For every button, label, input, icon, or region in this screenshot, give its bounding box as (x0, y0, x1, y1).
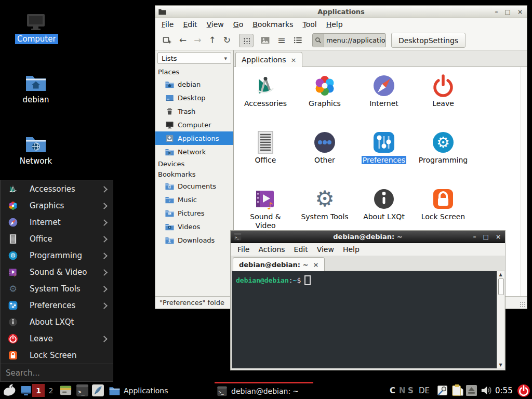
tab-close-icon[interactable]: × (291, 56, 297, 64)
app-menu-button[interactable] (2, 383, 16, 397)
submenu-arrow-icon (101, 336, 108, 342)
taskbar-task-terminal[interactable]: debian@debian: ~ (215, 382, 313, 399)
applications-icon (165, 135, 174, 142)
num-lock-indicator[interactable]: N (399, 382, 406, 399)
menu-item-internet[interactable]: Internet (1, 214, 113, 231)
app-item-other[interactable]: Other (295, 130, 354, 187)
term-menu-file[interactable]: File (237, 245, 249, 254)
address-bar[interactable]: menu://applications/ (312, 33, 386, 47)
taskbar-task-applications[interactable]: Applications (107, 382, 211, 399)
terminal-scrollbar[interactable]: ▲ ▼ (497, 271, 504, 368)
app-item-internet[interactable]: Internet (354, 73, 414, 130)
terminal-screen[interactable]: debian@debian:~$ ▲ ▼ (232, 271, 504, 368)
tab-close-icon[interactable]: × (313, 261, 318, 269)
desktop-icon-network[interactable]: Network (15, 134, 57, 166)
desktop-icon-label: debian (20, 95, 51, 105)
file-manager-launcher-icon[interactable] (59, 384, 72, 397)
term-menu-actions[interactable]: Actions (258, 245, 285, 254)
app-item-graphics[interactable]: Graphics (295, 73, 354, 130)
show-desktop-icon[interactable] (20, 384, 32, 396)
term-menu-view[interactable]: View (317, 245, 334, 254)
terminal-titlebar[interactable]: debian@debian: ~ – □ × (231, 231, 505, 243)
close-icon[interactable]: × (517, 8, 523, 16)
sound-video-icon (8, 267, 18, 277)
menu-item-accessories[interactable]: Accessories (1, 181, 113, 197)
sidebar-item-music[interactable]: Music (155, 193, 233, 206)
maximize-icon[interactable]: □ (483, 233, 489, 241)
new-window-icon[interactable] (162, 35, 172, 45)
sidebar-mode-select[interactable]: Lists ▾ (157, 52, 231, 64)
scroll-down-icon[interactable]: ▼ (499, 363, 502, 367)
thumbnail-view-icon[interactable] (260, 35, 270, 45)
up-icon[interactable]: ↑ (209, 36, 216, 45)
term-menu-help[interactable]: Help (343, 245, 360, 254)
fm-menu-view[interactable]: View (207, 20, 224, 29)
terminal-launcher-icon[interactable] (76, 384, 89, 397)
menu-item-programming[interactable]: Programming (1, 247, 113, 264)
menu-item-system-tools[interactable]: System Tools (1, 281, 113, 297)
volume-tray-icon[interactable] (480, 384, 492, 396)
clock[interactable]: 0:55 (495, 382, 513, 399)
app-item-leave[interactable]: Leave (414, 73, 473, 130)
term-menu-edit[interactable]: Edit (294, 245, 308, 254)
fm-menubar: File Edit View Go Bookmarks Tool Help (155, 18, 527, 31)
sidebar-item-videos[interactable]: Videos (155, 220, 233, 233)
tab-terminal-session[interactable]: debian@debian: ~ × (233, 257, 325, 271)
forward-icon[interactable]: → (194, 36, 201, 45)
sidebar-item-debian[interactable]: debian (155, 77, 233, 91)
fm-titlebar[interactable]: Applications – □ × (155, 6, 527, 18)
maximize-icon[interactable]: □ (505, 8, 511, 16)
desktop-icon-home[interactable]: debian (15, 72, 57, 105)
app-item-accessories[interactable]: Accessories (236, 73, 295, 130)
workspace-1-button[interactable]: 1 (32, 384, 45, 397)
app-item-office[interactable]: Office (236, 130, 295, 187)
scroll-up-icon[interactable]: ▲ (499, 272, 502, 277)
sidebar-item-downloads[interactable]: Downloads (155, 233, 233, 247)
folder-icon (109, 385, 120, 396)
scroll-lock-indicator[interactable]: S (408, 382, 414, 399)
sidebar-item-desktop[interactable]: Desktop (155, 91, 233, 104)
detailed-view-icon[interactable] (293, 35, 303, 45)
icon-view-button[interactable] (239, 34, 254, 47)
fm-menu-tool[interactable]: Tool (302, 20, 316, 29)
sidebar-item-documents[interactable]: Documents (155, 179, 233, 193)
app-item-programming[interactable]: Programming (414, 130, 473, 187)
scrollbar-thumb[interactable] (498, 278, 504, 295)
menu-item-sound-video[interactable]: Sound & Video (1, 264, 113, 281)
eject-tray-icon[interactable] (466, 384, 477, 396)
refresh-icon[interactable]: ↻ (223, 36, 231, 45)
menu-search-input[interactable] (5, 368, 108, 378)
minimize-icon[interactable]: – (495, 8, 498, 16)
fm-menu-file[interactable]: File (162, 20, 174, 29)
desktop-settings-button[interactable]: DesktopSettings (391, 33, 466, 48)
menu-item-about-lxqt[interactable]: About LXQt (1, 314, 113, 330)
fm-menu-go[interactable]: Go (233, 20, 243, 29)
menu-item-graphics[interactable]: Graphics (1, 197, 113, 214)
menu-item-leave[interactable]: Leave (1, 330, 113, 347)
power-tray-icon[interactable] (517, 384, 530, 397)
close-icon[interactable]: × (496, 233, 501, 241)
menu-item-preferences[interactable]: Preferences (1, 297, 113, 314)
menu-item-lock-screen[interactable]: Lock Screen (1, 347, 113, 364)
sidebar-item-trash[interactable]: Trash (155, 104, 233, 118)
sidebar-item-network[interactable]: Network (155, 145, 233, 158)
compact-view-icon[interactable]: ≡ (277, 35, 286, 45)
fm-menu-bookmarks[interactable]: Bookmarks (252, 20, 293, 29)
clipboard-tray-icon[interactable] (451, 384, 464, 397)
desktop-icon-computer[interactable]: Computer (15, 11, 57, 44)
sidebar-item-pictures[interactable]: Pictures (155, 206, 233, 220)
featherpad-launcher-icon[interactable] (91, 384, 104, 397)
fm-menu-help[interactable]: Help (326, 20, 343, 29)
sidebar-item-computer[interactable]: Computer (155, 118, 233, 131)
fm-menu-edit[interactable]: Edit (183, 20, 197, 29)
menu-item-office[interactable]: Office (1, 231, 113, 247)
tab-applications[interactable]: Applications × (235, 52, 302, 67)
minimize-icon[interactable]: – (473, 233, 476, 241)
keyboard-layout-indicator[interactable]: DE (419, 382, 430, 399)
caps-lock-indicator[interactable]: C (390, 382, 395, 399)
screenshot-tray-icon[interactable] (436, 384, 448, 396)
sidebar-item-applications[interactable]: Applications (155, 131, 233, 145)
app-item-preferences[interactable]: Preferences (354, 130, 414, 187)
workspace-2-button[interactable]: 2 (46, 384, 56, 397)
back-icon[interactable]: ← (179, 36, 187, 45)
